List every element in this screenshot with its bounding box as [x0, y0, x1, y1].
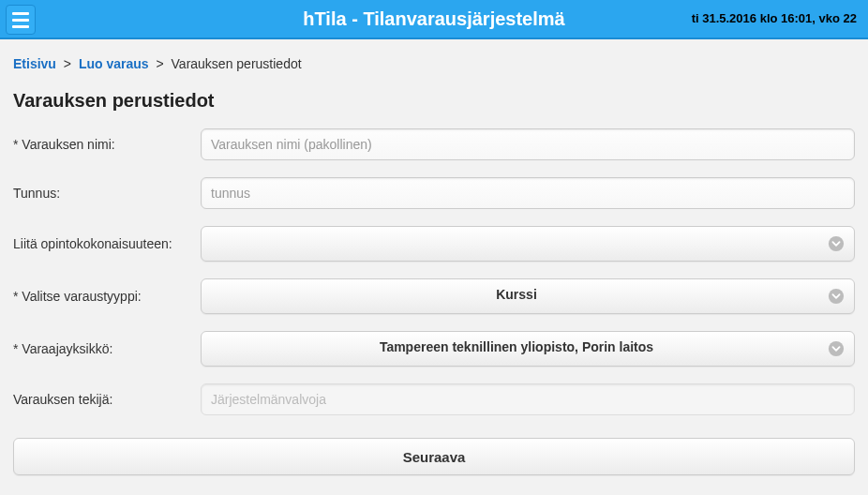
- svg-point-0: [829, 236, 844, 251]
- creator-input: [201, 383, 855, 415]
- breadcrumb: Etisivu > Luo varaus > Varauksen perusti…: [13, 56, 855, 71]
- row-type: * Valitse varaustyyppi: Kurssi: [13, 278, 855, 314]
- row-unit: * Varaajayksikkö: Tampereen teknillinen …: [13, 331, 855, 367]
- page-title: Varauksen perustiedot: [13, 90, 855, 112]
- app-title: hTila - Tilanvarausjärjestelmä: [303, 8, 564, 30]
- menu-button[interactable]: [6, 5, 36, 35]
- code-input[interactable]: [201, 177, 855, 209]
- row-creator: Varauksen tekijä:: [13, 383, 855, 415]
- label-reservation-name: * Varauksen nimi:: [13, 137, 201, 152]
- course-select[interactable]: [201, 226, 855, 262]
- type-select-value: Kurssi: [496, 287, 537, 302]
- svg-point-2: [829, 341, 844, 356]
- label-unit: * Varaajayksikkö:: [13, 341, 201, 356]
- hamburger-icon: [12, 12, 29, 15]
- app-header: hTila - Tilanvarausjärjestelmä ti 31.5.2…: [0, 0, 868, 39]
- chevron-down-icon: [828, 340, 845, 357]
- unit-select-value: Tampereen teknillinen yliopisto, Porin l…: [380, 339, 653, 354]
- row-code: Tunnus:: [13, 177, 855, 209]
- chevron-down-icon: [828, 288, 845, 305]
- breadcrumb-home-link[interactable]: Etisivu: [13, 56, 56, 71]
- header-datetime: ti 31.5.2016 klo 16:01, vko 22: [692, 11, 857, 25]
- breadcrumb-create-link[interactable]: Luo varaus: [79, 56, 149, 71]
- row-reservation-name: * Varauksen nimi:: [13, 128, 855, 160]
- unit-select[interactable]: Tampereen teknillinen yliopisto, Porin l…: [201, 331, 855, 367]
- label-creator: Varauksen tekijä:: [13, 392, 201, 407]
- chevron-down-icon: [828, 235, 845, 252]
- reservation-name-input[interactable]: [201, 128, 855, 160]
- type-select[interactable]: Kurssi: [201, 278, 855, 314]
- breadcrumb-current: Varauksen perustiedot: [172, 56, 302, 71]
- label-type: * Valitse varaustyyppi:: [13, 289, 201, 304]
- label-course: Liitä opintokokonaisuuteen:: [13, 236, 201, 251]
- svg-point-1: [829, 289, 844, 304]
- label-code: Tunnus:: [13, 186, 201, 201]
- page-content: Etisivu > Luo varaus > Varauksen perusti…: [0, 39, 868, 492]
- row-course: Liitä opintokokonaisuuteen:: [13, 226, 855, 262]
- next-button[interactable]: Seuraava: [13, 438, 855, 475]
